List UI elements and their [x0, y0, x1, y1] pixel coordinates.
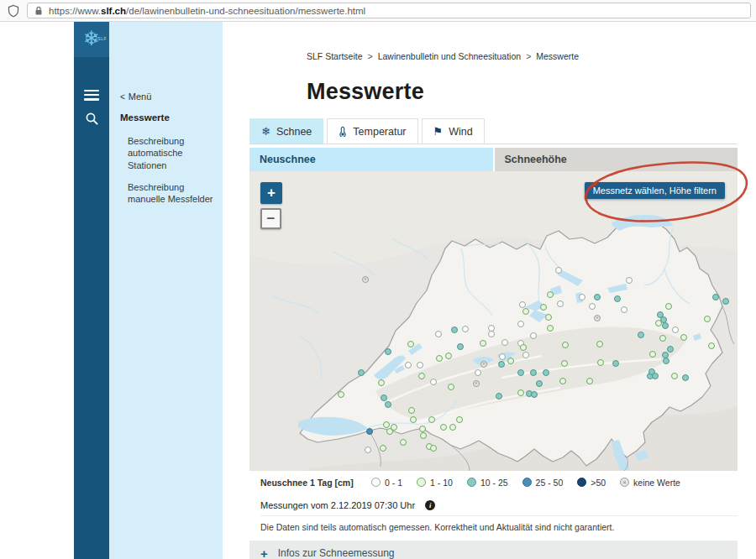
- station-marker[interactable]: [499, 353, 506, 360]
- station-marker[interactable]: [659, 335, 666, 342]
- station-marker[interactable]: [561, 360, 568, 367]
- station-marker[interactable]: [545, 314, 552, 321]
- station-marker[interactable]: [435, 331, 442, 337]
- station-marker[interactable]: [626, 277, 633, 284]
- map-switzerland[interactable]: + − Messnetz wählen, Höhe filtern: [249, 171, 738, 471]
- station-marker[interactable]: [638, 332, 644, 338]
- station-marker[interactable]: [594, 315, 601, 321]
- station-marker[interactable]: [612, 360, 619, 367]
- station-marker[interactable]: [366, 428, 373, 435]
- station-marker[interactable]: [557, 300, 564, 307]
- tracking-protection-shield-icon[interactable]: [7, 4, 20, 18]
- station-marker[interactable]: [522, 352, 529, 358]
- station-marker[interactable]: [420, 432, 427, 439]
- station-marker[interactable]: [385, 401, 391, 408]
- breadcrumb-bulletin[interactable]: Lawinenbulletin und Schneesituation: [378, 51, 521, 61]
- station-marker[interactable]: [408, 407, 415, 414]
- station-marker[interactable]: [457, 343, 464, 350]
- station-marker[interactable]: [462, 326, 469, 332]
- station-marker[interactable]: [540, 304, 547, 311]
- station-marker[interactable]: [559, 378, 566, 384]
- station-marker[interactable]: [448, 384, 454, 390]
- station-marker[interactable]: [405, 362, 412, 368]
- station-marker[interactable]: [649, 351, 656, 358]
- station-marker[interactable]: [430, 445, 437, 452]
- station-marker[interactable]: [547, 325, 554, 332]
- station-marker[interactable]: [456, 416, 463, 423]
- station-marker[interactable]: [680, 334, 687, 341]
- address-bar[interactable]: https://www.slf.ch/de/lawinenbulletin-un…: [27, 3, 751, 18]
- station-marker[interactable]: [473, 380, 480, 387]
- station-marker[interactable]: [672, 327, 679, 333]
- station-marker[interactable]: [383, 421, 390, 428]
- info-icon[interactable]: i: [425, 500, 435, 510]
- station-marker[interactable]: [671, 373, 678, 379]
- back-to-menu-link[interactable]: <Menü: [120, 91, 214, 102]
- snow-measurement-info-expander[interactable]: + Infos zur Schneemessung: [249, 541, 738, 559]
- station-marker[interactable]: [704, 316, 711, 322]
- station-marker[interactable]: [555, 267, 562, 274]
- station-marker[interactable]: [531, 391, 538, 398]
- station-marker[interactable]: [543, 369, 549, 376]
- station-marker[interactable]: [520, 344, 527, 351]
- station-marker[interactable]: [517, 321, 524, 327]
- station-marker[interactable]: [652, 373, 659, 379]
- station-marker[interactable]: [530, 332, 537, 339]
- station-marker[interactable]: [365, 447, 371, 453]
- station-marker[interactable]: [517, 389, 524, 396]
- station-marker[interactable]: [378, 379, 385, 386]
- station-marker[interactable]: [410, 416, 417, 423]
- station-marker[interactable]: [597, 359, 604, 366]
- station-marker[interactable]: [496, 393, 502, 400]
- slf-logo[interactable]: ❄ SLF: [74, 22, 109, 57]
- station-marker[interactable]: [667, 346, 674, 353]
- tab-schnee[interactable]: ❄ Schnee: [249, 118, 323, 144]
- station-marker[interactable]: [665, 303, 672, 310]
- station-marker[interactable]: [586, 378, 593, 384]
- station-marker[interactable]: [417, 362, 423, 368]
- station-marker[interactable]: [385, 348, 391, 355]
- station-marker[interactable]: [662, 322, 669, 329]
- station-marker[interactable]: [488, 331, 495, 337]
- station-marker[interactable]: [451, 327, 458, 333]
- station-marker[interactable]: [358, 369, 365, 376]
- station-marker[interactable]: [475, 369, 481, 376]
- subtab-schneehoehe[interactable]: Schneehöhe: [495, 148, 738, 171]
- station-marker[interactable]: [579, 294, 585, 300]
- station-marker[interactable]: [428, 416, 435, 423]
- station-marker[interactable]: [663, 358, 669, 364]
- station-marker[interactable]: [449, 424, 456, 431]
- station-marker[interactable]: [418, 373, 425, 379]
- station-marker[interactable]: [362, 276, 369, 283]
- station-marker[interactable]: [381, 394, 387, 401]
- station-marker[interactable]: [712, 294, 719, 300]
- station-marker[interactable]: [391, 424, 397, 431]
- station-marker[interactable]: [708, 342, 715, 349]
- station-marker[interactable]: [682, 374, 689, 381]
- station-marker[interactable]: [589, 303, 596, 310]
- station-marker[interactable]: [596, 341, 603, 347]
- tab-temperatur[interactable]: Temperatur: [327, 118, 417, 144]
- station-marker[interactable]: [507, 358, 514, 364]
- station-marker[interactable]: [594, 294, 601, 300]
- sidebar-link-manual-fields[interactable]: Beschreibung manuelle Messfelder: [128, 181, 218, 206]
- station-marker[interactable]: [419, 426, 426, 432]
- station-marker[interactable]: [536, 380, 543, 387]
- messnetz-filter-button[interactable]: Messnetz wählen, Höhe filtern: [585, 182, 725, 199]
- station-marker[interactable]: [547, 291, 554, 298]
- station-marker[interactable]: [655, 320, 662, 327]
- station-marker[interactable]: [407, 341, 414, 347]
- station-marker[interactable]: [480, 340, 486, 347]
- station-marker[interactable]: [480, 361, 487, 368]
- station-marker[interactable]: [338, 391, 344, 398]
- station-marker[interactable]: [519, 301, 526, 308]
- station-marker[interactable]: [498, 361, 505, 368]
- station-marker[interactable]: [436, 355, 443, 362]
- station-marker[interactable]: [445, 353, 452, 359]
- station-marker[interactable]: [614, 295, 621, 302]
- station-marker[interactable]: [562, 342, 569, 348]
- station-marker[interactable]: [530, 369, 537, 376]
- station-marker[interactable]: [522, 308, 529, 315]
- station-marker[interactable]: [501, 339, 508, 346]
- station-marker[interactable]: [440, 424, 447, 431]
